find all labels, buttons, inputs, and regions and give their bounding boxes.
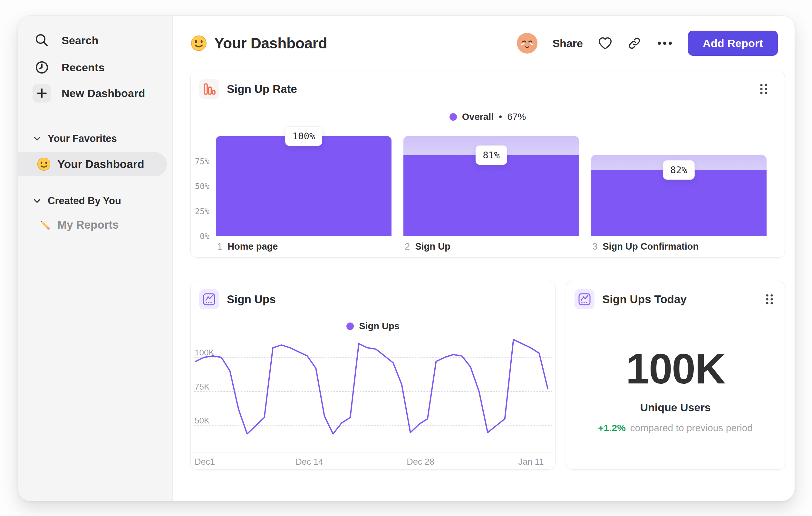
legend-separator: • (499, 112, 502, 122)
value-chip: 100% (285, 127, 323, 146)
chevron-down-icon (33, 199, 40, 203)
sidebar-item-label: My Reports (57, 218, 119, 231)
pencil-emoji-icon (37, 217, 52, 232)
sidebar-item-label: New Dashboard (62, 87, 145, 100)
y-tick: 100K (195, 348, 214, 358)
sidebar-item-label: Search (62, 34, 98, 47)
sign-up-rate-card: Sign Up Rate Overall • 67% 25% 75% 50% 0… (191, 71, 785, 258)
clock-icon (33, 58, 51, 77)
y-tick: 75% (195, 157, 209, 166)
dashboard-header: Your Dashboard Share Add Report (191, 29, 778, 57)
smiley-emoji-icon (37, 157, 51, 171)
add-report-button[interactable]: Add Report (688, 31, 778, 56)
bar-solid (403, 155, 579, 236)
sidebar: Search Recents New Dashboard Your Favori… (18, 16, 173, 501)
funnel-bar-sign-up: 81% (403, 136, 579, 236)
plus-icon (33, 84, 51, 103)
sidebar-section-your-favorites[interactable]: Your Favorites (18, 131, 166, 146)
chevron-down-icon (33, 136, 40, 141)
sidebar-item-my-reports[interactable]: My Reports (18, 212, 167, 238)
legend-label: Overall (462, 112, 494, 122)
line-x-axis: Dec1 Dec 14 Dec 28 Jan 11 (191, 452, 555, 469)
x-tick: Dec1 (195, 457, 215, 467)
funnel-step-labels: 1 Home page 2 Sign Up 3 Sign Up Confirma… (216, 241, 766, 255)
x-tick: Dec 14 (295, 457, 323, 467)
legend-sign-ups[interactable]: Sign Ups (191, 317, 555, 335)
section-title: Created By You (48, 195, 121, 207)
search-icon (33, 31, 51, 50)
sign-ups-card: Sign Ups Sign Ups 100K 75K 50K Dec1 Dec … (191, 281, 555, 469)
card-header: Sign Ups Today (566, 281, 785, 317)
delta-value: +1.2% (598, 423, 626, 433)
card-title: Sign Ups Today (602, 281, 687, 317)
step-name: Sign Up Confirmation (603, 241, 699, 252)
favorite-heart-icon[interactable] (598, 36, 613, 50)
line-chart-icon (575, 289, 594, 309)
page-title-wrap: Your Dashboard (191, 34, 327, 52)
funnel-plot: 100% 81% 82% (216, 136, 766, 236)
step-name: Home page (228, 241, 278, 252)
more-options-icon[interactable] (656, 41, 673, 46)
x-tick: Jan 11 (518, 457, 544, 467)
step-label: 3 Sign Up Confirmation (592, 241, 699, 252)
y-tick: 25% (195, 207, 209, 216)
y-tick: 75K (195, 382, 209, 392)
drag-handle-icon[interactable] (759, 83, 768, 96)
card-header: Sign Ups (191, 281, 555, 317)
card-header: Sign Up Rate (191, 71, 785, 107)
sign-ups-series-line (196, 340, 548, 434)
step-label: 1 Home page (217, 241, 278, 252)
avatar[interactable] (517, 33, 538, 54)
legend-value: 67% (507, 112, 526, 122)
funnel-y-axis: 25% 75% 50% 0% (191, 136, 209, 236)
delta-note: compared to previous period (630, 423, 753, 433)
legend-label: Sign Ups (359, 321, 400, 331)
drag-handle-icon[interactable] (765, 293, 774, 306)
y-tick: 50% (195, 182, 209, 191)
value-chip: 82% (663, 160, 694, 180)
step-number: 1 (217, 241, 222, 252)
sign-ups-today-card: Sign Ups Today 100K Unique Users +1.2% c… (566, 281, 785, 469)
sidebar-item-new-dashboard[interactable]: New Dashboard (18, 80, 166, 106)
step-number: 3 (592, 241, 598, 252)
copy-link-icon[interactable] (627, 36, 642, 50)
sidebar-item-your-dashboard[interactable]: Your Dashboard (18, 152, 167, 176)
card-title: Sign Ups (227, 281, 276, 317)
line-chart-icon (199, 289, 219, 309)
y-tick: 50K (195, 416, 209, 426)
step-name: Sign Up (415, 241, 451, 252)
line-plot: 100K 75K 50K (191, 335, 556, 452)
metric-value: 100K (566, 345, 785, 393)
share-button[interactable]: Share (552, 37, 583, 50)
metric-delta-row: +1.2% compared to previous period (566, 423, 785, 433)
legend-dot (346, 323, 354, 330)
section-title: Your Favorites (48, 133, 117, 144)
sidebar-section-created-by-you[interactable]: Created By You (18, 193, 166, 208)
bar-solid (591, 170, 766, 236)
funnel-bar-sign-up-confirmation: 82% (591, 136, 766, 236)
card-title: Sign Up Rate (227, 71, 297, 107)
legend-overall[interactable]: Overall • 67% (191, 110, 785, 124)
metric-label: Unique Users (566, 401, 785, 414)
page-title: Your Dashboard (214, 34, 327, 52)
funnel-chart-icon (199, 79, 219, 99)
funnel-bar-home-page: 100% (216, 136, 392, 236)
sidebar-item-search[interactable]: Search (18, 27, 166, 53)
bar-solid (216, 136, 392, 236)
step-number: 2 (405, 241, 410, 252)
sidebar-item-recents[interactable]: Recents (18, 55, 166, 80)
value-chip: 81% (475, 145, 507, 165)
legend-dot (450, 113, 457, 120)
smiley-emoji-icon (191, 35, 207, 52)
sidebar-item-label: Recents (62, 61, 105, 74)
y-tick: 0% (200, 232, 209, 241)
sidebar-item-label: Your Dashboard (57, 158, 144, 171)
app-window: Search Recents New Dashboard Your Favori… (18, 16, 795, 501)
step-label: 2 Sign Up (405, 241, 451, 252)
x-tick: Dec 28 (407, 457, 434, 467)
